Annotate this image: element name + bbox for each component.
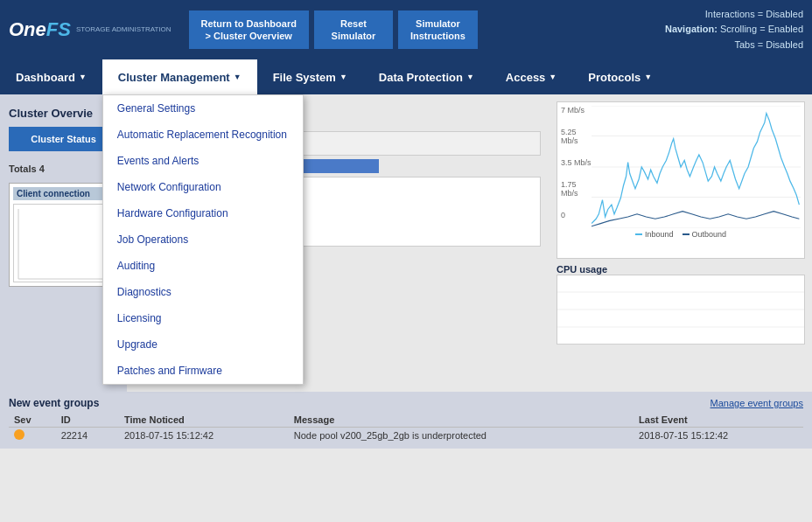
cpu-chart-svg xyxy=(557,275,804,345)
client-chart-svg xyxy=(14,205,113,283)
severity-icon xyxy=(14,429,24,440)
dropdown-job-operations[interactable]: Job Operations xyxy=(103,226,303,253)
col-id: ID xyxy=(56,413,119,428)
chart-legend: Inbound Outbound xyxy=(561,230,801,239)
nav-item-data-protection[interactable]: Data Protection ▼ xyxy=(363,59,490,94)
legend-outbound: Outbound xyxy=(682,230,727,239)
network-chart-area: 7 Mb/s 5.25 Mb/s 3.5 Mb/s 1.75 Mb/s 0 xyxy=(556,101,805,259)
client-connection-title: Client connection xyxy=(13,187,114,200)
dropdown-network-config[interactable]: Network Configuration xyxy=(103,174,303,200)
navigation-label: Navigation: xyxy=(665,24,718,34)
event-message: Node pool v200_25gb_2gb is underprotecte… xyxy=(289,428,634,444)
network-chart-svg xyxy=(592,106,801,228)
dropdown-diagnostics[interactable]: Diagnostics xyxy=(103,279,303,305)
event-header: New event groups Manage event groups xyxy=(9,397,803,409)
dropdown-general-settings[interactable]: General Settings xyxy=(103,95,303,122)
legend-inbound: Inbound xyxy=(635,230,674,239)
col-time: Time Noticed xyxy=(119,413,289,428)
dropdown-events-alerts[interactable]: Events and Alerts xyxy=(103,148,303,174)
top-info: Interactions = Disabled Navigation: Scro… xyxy=(665,7,803,53)
event-time: 2018-07-15 15:12:42 xyxy=(119,428,289,444)
tabs-status: Tabs = Disabled xyxy=(665,38,803,53)
dropdown-licensing[interactable]: Licensing xyxy=(103,305,303,331)
events-title: New event groups xyxy=(9,397,99,409)
dropdown-auto-replacement[interactable]: Automatic Replacement Recognition xyxy=(103,122,303,148)
chart-y-labels: 7 Mb/s 5.25 Mb/s 3.5 Mb/s 1.75 Mb/s 0 xyxy=(561,106,801,228)
return-dashboard-button[interactable]: Return to Dashboard> Cluster Overview xyxy=(189,10,309,50)
chevron-down-icon: ▼ xyxy=(79,73,87,81)
nav-bar: Dashboard ▼ Cluster Management ▼ General… xyxy=(0,59,812,94)
col-last-event: Last Event xyxy=(634,413,803,428)
event-row: 22214 2018-07-15 15:12:42 Node pool v200… xyxy=(9,428,803,444)
reset-simulator-button[interactable]: ResetSimulator xyxy=(314,10,393,50)
nav-item-cluster-management[interactable]: Cluster Management ▼ General Settings Au… xyxy=(102,59,257,94)
col-sev: Sev xyxy=(9,413,56,428)
manage-events-link[interactable]: Manage event groups xyxy=(710,398,803,408)
chevron-down-icon: ▼ xyxy=(466,73,474,81)
logo: OneFS xyxy=(9,18,71,41)
chevron-down-icon: ▼ xyxy=(340,73,347,81)
client-connection-chart xyxy=(13,204,114,282)
cpu-chart xyxy=(556,275,805,345)
dropdown-upgrade[interactable]: Upgrade xyxy=(103,331,303,358)
simulator-instructions-button[interactable]: SimulatorInstructions xyxy=(398,10,478,50)
dropdown-patches-firmware[interactable]: Patches and Firmware xyxy=(103,358,303,384)
dropdown-auditing[interactable]: Auditing xyxy=(103,253,303,279)
cluster-management-dropdown: General Settings Automatic Replacement R… xyxy=(102,94,304,385)
chevron-down-icon: ▼ xyxy=(549,73,556,81)
top-bar: OneFS Storage Administration Return to D… xyxy=(0,0,812,59)
chevron-down-icon: ▼ xyxy=(234,73,242,81)
scrolling-status: Scrolling = Enabled xyxy=(720,24,803,34)
event-id: 22214 xyxy=(56,428,119,444)
events-table: Sev ID Time Noticed Message Last Event 2… xyxy=(9,413,803,443)
events-section: New event groups Manage event groups Sev… xyxy=(0,392,812,449)
inbound-legend-dot xyxy=(635,233,642,235)
top-buttons: Return to Dashboard> Cluster Overview Re… xyxy=(189,10,478,50)
event-last: 2018-07-15 15:12:42 xyxy=(634,428,803,444)
outbound-legend-dot xyxy=(682,233,690,235)
logo-area: OneFS Storage Administration xyxy=(9,18,172,41)
event-severity xyxy=(9,428,56,444)
nav-item-file-system[interactable]: File System ▼ xyxy=(257,59,363,94)
nav-item-dashboard[interactable]: Dashboard ▼ xyxy=(0,59,102,94)
chevron-down-icon: ▼ xyxy=(644,73,652,81)
dropdown-hardware-config[interactable]: Hardware Configuration xyxy=(103,200,303,226)
nav-item-protocols[interactable]: Protocols ▼ xyxy=(572,59,668,94)
right-panel: 7 Mb/s 5.25 Mb/s 3.5 Mb/s 1.75 Mb/s 0 xyxy=(550,94,812,392)
interactions-status: Interactions = Disabled xyxy=(665,7,803,23)
y-labels: 7 Mb/s 5.25 Mb/s 3.5 Mb/s 1.75 Mb/s 0 xyxy=(561,106,592,219)
navigation-info: Navigation: Scrolling = Enabled xyxy=(665,22,803,38)
nav-item-access[interactable]: Access ▼ xyxy=(490,59,572,94)
col-message: Message xyxy=(289,413,634,428)
logo-subtitle: Storage Administration xyxy=(76,25,172,34)
cpu-title: CPU usage xyxy=(556,264,805,275)
